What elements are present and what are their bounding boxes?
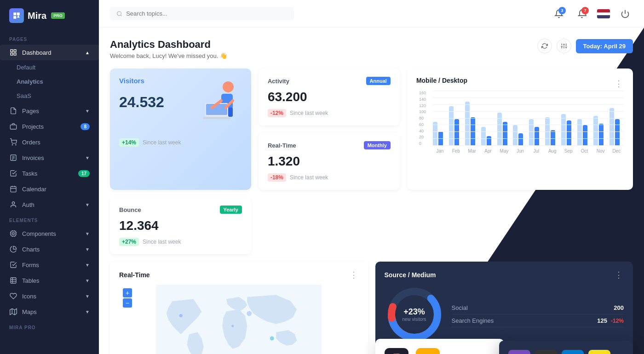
- svg-point-56: [247, 311, 252, 316]
- source-menu-button[interactable]: ⋮: [615, 270, 624, 280]
- bounce-card: Bounce Yearly 12.364 +27% Since last wee…: [110, 197, 251, 254]
- bar-light: [513, 125, 518, 146]
- tech-overlay-area: N▶ TS JS Source / Medium ⋮: [375, 262, 633, 354]
- bar-group: [481, 127, 495, 146]
- page-subtitle: Welcome back, Lucy! We've missed you. 👋: [110, 52, 227, 59]
- sidebar-item-saas[interactable]: SaaS: [0, 89, 99, 103]
- check-square-icon: [9, 169, 17, 177]
- map-container: + −: [119, 285, 359, 354]
- forms-icon: [9, 261, 17, 269]
- svg-rect-17: [12, 233, 14, 234]
- sidebar-item-tasks[interactable]: Tasks 17: [0, 166, 99, 181]
- sidebar-item-maps[interactable]: Maps ▼: [0, 304, 99, 320]
- page-header: Analytics Dashboard Welcome back, Lucy! …: [110, 39, 633, 59]
- zoom-out-button[interactable]: −: [123, 298, 132, 308]
- sidebar-item-analytics[interactable]: Analytics: [0, 74, 99, 89]
- sidebar-item-icons[interactable]: Icons ▼: [0, 288, 99, 304]
- topbar: 3 7: [99, 0, 644, 28]
- sidebar-item-label: Auth: [22, 201, 34, 208]
- sidebar-item-label: Pages: [22, 108, 39, 114]
- sidebar-item-auth[interactable]: Auth ▼: [0, 197, 99, 212]
- sidebar-item-dashboard[interactable]: Dashboard ▲: [0, 45, 99, 60]
- bar-group: [513, 125, 527, 146]
- chart-month-label: Feb: [449, 148, 463, 154]
- sidebar-item-components[interactable]: Components ▼: [0, 226, 99, 241]
- visitors-since: Since last week: [143, 139, 181, 146]
- realtime-since: Since last week: [290, 174, 328, 181]
- sidebar-item-forms[interactable]: Forms ▼: [0, 257, 99, 273]
- bar-dark: [518, 133, 523, 146]
- svg-point-15: [12, 202, 14, 204]
- figma-sketch-card: [375, 339, 504, 354]
- zoom-in-button[interactable]: +: [123, 288, 132, 297]
- chevron-down-icon: ▼: [85, 202, 90, 207]
- map-icon: [9, 308, 17, 316]
- sidebar-item-projects[interactable]: Projects 8: [0, 119, 99, 134]
- tasks-badge: 17: [78, 170, 90, 177]
- bar-light: [497, 113, 502, 146]
- realtime-change: -18%: [268, 173, 286, 182]
- svg-rect-1: [14, 50, 16, 52]
- sidebar-item-pages[interactable]: Pages ▼: [0, 103, 99, 119]
- map-menu-button[interactable]: ⋮: [350, 270, 359, 280]
- sidebar-item-orders[interactable]: Orders: [0, 134, 99, 150]
- chevron-down-icon: ▼: [85, 309, 90, 314]
- map-zoom-controls: + −: [123, 288, 132, 308]
- y-label: 140: [419, 97, 426, 102]
- filter-button[interactable]: [557, 39, 571, 53]
- dark-right-panel: N▶ TS JS Source / Medium ⋮: [375, 262, 633, 354]
- sidebar-item-tables[interactable]: Tables ▼: [0, 273, 99, 288]
- y-label: 20: [419, 135, 426, 139]
- alerts-badge: 7: [581, 7, 589, 14]
- sidebar-item-charts[interactable]: Charts ▼: [0, 241, 99, 257]
- search-box[interactable]: [110, 7, 294, 20]
- javascript-logo: JS: [588, 350, 610, 354]
- language-flag[interactable]: [597, 9, 610, 18]
- donut-label: new visitors: [402, 317, 426, 322]
- svg-point-57: [270, 337, 274, 341]
- alerts-button[interactable]: 7: [574, 6, 590, 22]
- sidebar-item-calendar[interactable]: Calendar: [0, 181, 99, 197]
- chevron-up-icon: ▲: [85, 50, 90, 55]
- y-label: 160: [419, 91, 426, 95]
- search-input[interactable]: [126, 10, 288, 17]
- heart-icon: [9, 292, 17, 300]
- bar-light: [433, 122, 437, 146]
- visitors-change: +14%: [119, 138, 139, 147]
- grid-icon: [9, 48, 17, 57]
- pie-chart-icon: [9, 245, 17, 253]
- realtime-badge: Monthly: [364, 141, 391, 149]
- chevron-down-icon: ▼: [85, 278, 90, 283]
- source-name-social: Social: [452, 304, 468, 311]
- y-label: 120: [419, 103, 426, 108]
- topbar-right: 3 7: [551, 6, 633, 22]
- notifications-button[interactable]: 3: [551, 6, 567, 22]
- donut-chart: +23% new visitors: [385, 285, 444, 344]
- file-icon: [9, 107, 17, 115]
- chevron-down-icon: ▼: [85, 247, 90, 252]
- refresh-button[interactable]: [537, 39, 552, 53]
- visitors-footer: +14% Since last week: [119, 138, 242, 147]
- source-name-search: Search Engines: [452, 317, 494, 324]
- chart-menu-button[interactable]: ⋮: [615, 79, 624, 89]
- svg-marker-30: [10, 308, 17, 314]
- svg-point-58: [231, 325, 234, 327]
- sidebar-item-label: Invoices: [22, 154, 44, 161]
- power-button[interactable]: [617, 6, 633, 22]
- sidebar-item-invoices[interactable]: Invoices ▼: [0, 150, 99, 166]
- svg-point-6: [16, 144, 16, 145]
- chart-month-label: Jun: [513, 148, 527, 154]
- sidebar-logo: Mira PRO: [0, 0, 99, 31]
- sidebar-item-default[interactable]: Default: [0, 60, 99, 74]
- donut-area: +23% new visitors Social 200: [385, 285, 624, 344]
- bar-chart-area: [433, 91, 624, 146]
- visitors-card: Visitors 24.532 +14% Since last week: [110, 69, 251, 190]
- chart-month-label: Nov: [593, 148, 608, 154]
- bar-dark: [615, 119, 620, 146]
- source-change-search: -12%: [611, 318, 624, 324]
- bar-dark: [438, 131, 443, 146]
- today-button[interactable]: Today: April 29: [576, 39, 633, 53]
- bar-group: [610, 108, 624, 146]
- realtime-header: Real-Time Monthly: [268, 141, 391, 149]
- svg-rect-0: [11, 50, 13, 52]
